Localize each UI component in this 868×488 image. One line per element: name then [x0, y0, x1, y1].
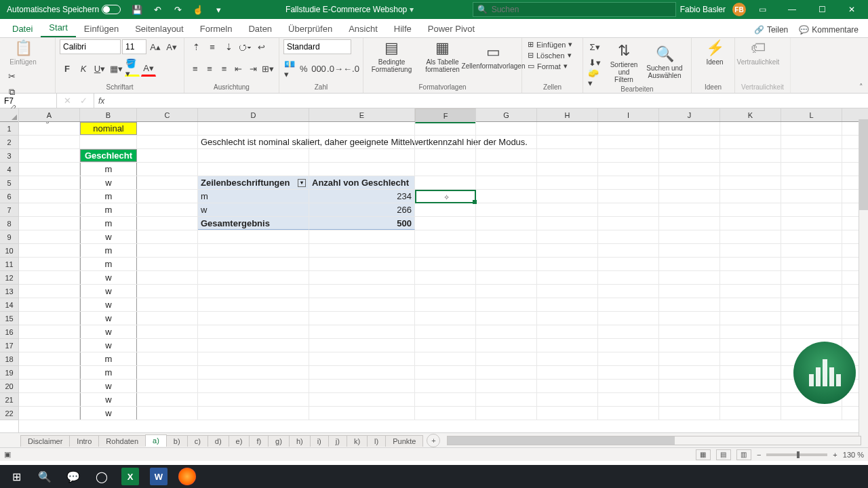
cell-D16[interactable]	[198, 325, 309, 338]
cell-A2[interactable]	[19, 136, 80, 148]
cell-A5[interactable]	[19, 176, 80, 189]
cell-A3[interactable]	[19, 149, 80, 162]
cell-L3[interactable]	[781, 149, 842, 162]
cell-J12[interactable]	[659, 271, 720, 284]
save-icon[interactable]: 💾	[129, 1, 145, 18]
cell-F13[interactable]	[415, 285, 476, 298]
accept-formula-icon[interactable]: ✓	[76, 94, 91, 108]
cell-E16[interactable]	[309, 325, 415, 338]
cell-G15[interactable]	[476, 312, 537, 325]
cell-C4[interactable]	[137, 163, 198, 176]
cell-D19[interactable]	[198, 366, 309, 379]
cell-K4[interactable]	[720, 163, 781, 176]
cell-L14[interactable]	[781, 298, 842, 311]
cell-H6[interactable]	[537, 190, 598, 203]
cell-E4[interactable]	[309, 163, 415, 176]
close-icon[interactable]: ✕	[838, 0, 865, 19]
clear-icon[interactable]: 🧽▾	[587, 70, 602, 85]
row-header-19[interactable]: 19	[0, 366, 18, 380]
cell-K10[interactable]	[720, 244, 781, 257]
cell-C2[interactable]	[137, 136, 198, 148]
dec-decimal-icon[interactable]: ←.0	[344, 62, 359, 77]
cell-F1[interactable]	[415, 122, 476, 135]
cell-I18[interactable]	[598, 352, 659, 365]
col-header-L[interactable]: L	[781, 108, 842, 121]
sheet-tab-f)[interactable]: f)	[249, 435, 269, 447]
cell-J5[interactable]	[659, 176, 720, 189]
cell-B15[interactable]: w	[80, 312, 137, 325]
cell-B5[interactable]: w	[80, 176, 137, 189]
cell-K3[interactable]	[720, 149, 781, 162]
cell-H15[interactable]	[537, 312, 598, 325]
qat-more-icon[interactable]: ▾	[210, 1, 226, 18]
underline-button[interactable]: U▾	[92, 62, 107, 77]
cell-H3[interactable]	[537, 149, 598, 162]
cell-C6[interactable]	[137, 190, 198, 203]
cell-I7[interactable]	[598, 203, 659, 216]
cell-I13[interactable]	[598, 285, 659, 298]
cell-B13[interactable]: w	[80, 285, 137, 298]
cell-J3[interactable]	[659, 149, 720, 162]
sheet-tab-Punkte[interactable]: Punkte	[385, 435, 423, 447]
cell-I11[interactable]	[598, 258, 659, 270]
sheet-tab-l)[interactable]: l)	[367, 435, 386, 447]
tab-review[interactable]: Überprüfen	[280, 20, 340, 37]
tab-powerpivot[interactable]: Power Pivot	[420, 20, 483, 37]
row-header-7[interactable]: 7	[0, 203, 18, 217]
cell-E2[interactable]	[309, 136, 415, 148]
cell-B9[interactable]: w	[80, 230, 137, 243]
col-header-H[interactable]: H	[537, 108, 598, 121]
cell-K14[interactable]	[720, 298, 781, 311]
cell-L11[interactable]	[781, 258, 842, 270]
cell-D11[interactable]	[198, 258, 309, 270]
align-middle-icon[interactable]: ≡	[205, 39, 220, 54]
cell-K8[interactable]	[720, 217, 781, 230]
cell-J15[interactable]	[659, 312, 720, 325]
cell-H22[interactable]	[537, 407, 598, 420]
cell-G19[interactable]	[476, 366, 537, 379]
cell-H20[interactable]	[537, 380, 598, 392]
cell-A13[interactable]	[19, 285, 80, 298]
cell-F7[interactable]	[415, 203, 476, 216]
cell-G8[interactable]	[476, 217, 537, 230]
cell-C8[interactable]	[137, 217, 198, 230]
cell-G18[interactable]	[476, 352, 537, 365]
ideas-button[interactable]: ⚡Ideen	[696, 39, 734, 66]
cell-D20[interactable]	[198, 380, 309, 392]
cell-L4[interactable]	[781, 163, 842, 176]
collapse-ribbon-icon[interactable]: ˄	[856, 83, 867, 92]
col-header-B[interactable]: B	[80, 108, 137, 121]
taskbar-search-icon[interactable]: 🔍	[31, 465, 58, 488]
cell-E13[interactable]	[309, 285, 415, 298]
cell-F5[interactable]	[415, 176, 476, 189]
cell-L9[interactable]	[781, 230, 842, 243]
cell-H1[interactable]	[537, 122, 598, 135]
cell-F6[interactable]	[415, 190, 476, 203]
indent-dec-icon[interactable]: ⇤	[232, 62, 245, 77]
cell-H4[interactable]	[537, 163, 598, 176]
cell-I10[interactable]	[598, 244, 659, 257]
fx-icon[interactable]: fx	[94, 96, 108, 106]
cell-A12[interactable]	[19, 271, 80, 284]
align-left-icon[interactable]: ≡	[189, 62, 201, 77]
row-header-21[interactable]: 21	[0, 393, 18, 407]
cell-F12[interactable]	[415, 271, 476, 284]
cell-H16[interactable]	[537, 325, 598, 338]
cell-F20[interactable]	[415, 380, 476, 392]
row-header-13[interactable]: 13	[0, 285, 18, 298]
cell-B16[interactable]: w	[80, 325, 137, 338]
row-header-9[interactable]: 9	[0, 230, 18, 244]
cell-F19[interactable]	[415, 366, 476, 379]
add-sheet-button[interactable]: +	[427, 434, 440, 447]
cell-H11[interactable]	[537, 258, 598, 270]
cell-G7[interactable]	[476, 203, 537, 216]
cell-C22[interactable]	[137, 407, 198, 420]
cell-E7[interactable]: 266	[309, 203, 415, 216]
cell-E19[interactable]	[309, 366, 415, 379]
cell-E1[interactable]	[309, 122, 415, 135]
cell-E18[interactable]	[309, 352, 415, 365]
view-break-icon[interactable]: ▥	[736, 449, 751, 460]
cell-G2[interactable]	[476, 136, 537, 148]
cell-J1[interactable]	[659, 122, 720, 135]
cell-C18[interactable]	[137, 352, 198, 365]
